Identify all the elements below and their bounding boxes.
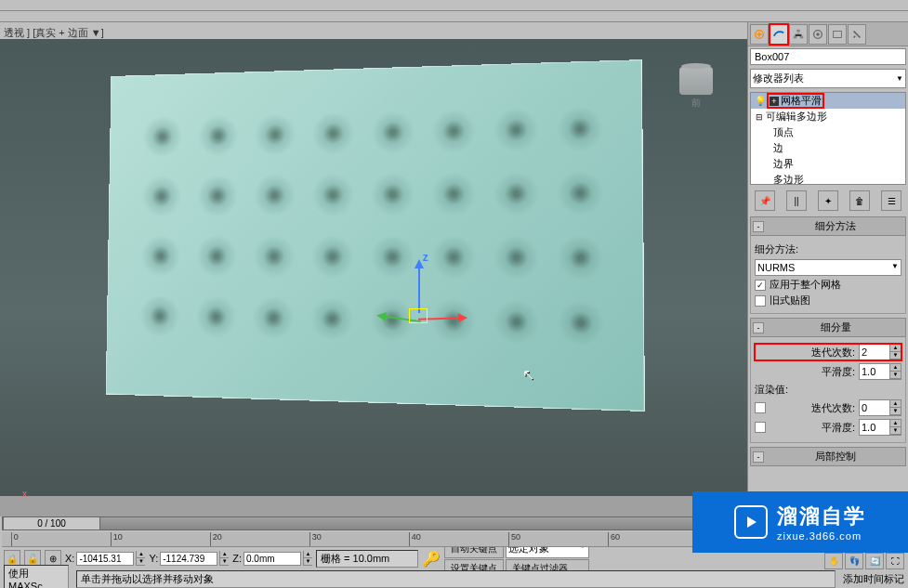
walk-button[interactable]: 👣 [845, 553, 863, 569]
modifier-list-dropdown[interactable]: 修改器列表 ▼ [750, 69, 906, 88]
stack-item-meshsmooth[interactable]: 💡 + 网格平滑 [751, 93, 905, 109]
render-iterations-spinner[interactable]: ▲▼ [859, 399, 901, 416]
z-coord[interactable]: Z: ▲▼ [232, 551, 312, 566]
stack-item-editable-poly[interactable]: ⊟ 可编辑多边形 [751, 109, 905, 124]
x-coord[interactable]: X: ▲▼ [65, 551, 145, 566]
old-style-label: 旧式贴图 [770, 294, 810, 307]
viewcube[interactable]: 前 [673, 67, 719, 113]
render-iterations-checkbox[interactable] [755, 402, 766, 413]
remove-modifier-button[interactable]: 🗑 [849, 190, 870, 211]
stack-item-edge[interactable]: 边 [751, 140, 905, 156]
axis-z[interactable] [418, 262, 420, 313]
local-control-rollout: - 局部控制 [750, 447, 906, 466]
pin-stack-button[interactable]: 📌 [755, 190, 775, 211]
iterations-spinner[interactable]: ▲▼ [859, 344, 901, 360]
status-bar: 使用 MAXSc 单击并拖动以选择并移动对象 添加时间标记 [0, 569, 908, 588]
maximize-button[interactable]: ⛶ [886, 553, 904, 569]
subdiv-method-label: 细分方法: [755, 242, 798, 256]
chevron-down-icon: ▼ [896, 74, 903, 83]
y-input[interactable] [160, 552, 217, 566]
rollout-header[interactable]: - 细分量 [750, 318, 906, 337]
stack-toolbar: 📌 || ✦ 🗑 ☰ [750, 190, 906, 211]
stack-item-vertex[interactable]: 顶点 [751, 124, 905, 140]
gizmo-center[interactable] [409, 308, 428, 323]
make-unique-button[interactable]: ✦ [818, 190, 838, 211]
stack-item-border[interactable]: 边界 [751, 156, 905, 172]
spinner-up[interactable]: ▲ [890, 345, 901, 352]
orbit-button[interactable]: 🔄 [865, 553, 884, 569]
spinner-down[interactable]: ▼ [890, 352, 901, 359]
subdivision-amount-rollout: - 细分量 迭代次数: ▲▼ 平滑度: ▲▼ [750, 318, 906, 443]
apply-whole-label: 应用于整个网格 [770, 278, 841, 292]
modifier-list-label: 修改器列表 [753, 72, 804, 85]
pan-button[interactable]: ✋ [824, 553, 843, 569]
object-name-field[interactable]: Box007 [750, 48, 906, 65]
motion-tab[interactable] [809, 24, 827, 45]
rollout-header[interactable]: - 细分方法 [750, 216, 906, 236]
toolbar-strip [0, 11, 908, 22]
create-tab[interactable] [750, 24, 769, 45]
iterations-input[interactable] [860, 345, 889, 359]
svg-rect-3 [800, 36, 804, 39]
viewport-label[interactable]: 透视 ] [真实 + 边面 ▼] [4, 26, 104, 40]
stack-item-polygon[interactable]: 多边形 [751, 172, 905, 185]
render-smoothness-spinner[interactable]: ▲▼ [859, 419, 901, 436]
display-tab[interactable] [828, 24, 847, 45]
subdivision-method-rollout: - 细分方法 细分方法: NURMS ▼ ✓ 应用于整个网格 旧式贴图 [750, 216, 906, 314]
y-coord[interactable]: Y: ▲▼ [149, 551, 229, 566]
hierarchy-tab[interactable] [789, 24, 808, 45]
time-slider[interactable]: 0 / 100 [3, 516, 100, 530]
bulb-icon[interactable]: 💡 [755, 96, 766, 106]
z-input[interactable] [243, 552, 301, 566]
render-values-label: 渲染值: [755, 383, 788, 397]
minus-icon[interactable]: ⊟ [755, 112, 764, 122]
utilities-tab[interactable] [848, 24, 866, 45]
watermark: 溜溜自学 zixue.3d66.com [692, 491, 908, 553]
smoothness-input[interactable] [860, 364, 889, 379]
command-panel: Box007 修改器列表 ▼ 💡 + 网格平滑 ⊟ 可编辑多边形 顶点 边 边界 [747, 22, 908, 496]
status-prompt: 单击并拖动以选择并移动对象 [76, 570, 836, 588]
command-panel-tabs [748, 22, 908, 46]
render-smoothness-checkbox[interactable] [755, 422, 766, 433]
show-end-result-button[interactable]: || [786, 190, 807, 211]
svg-point-5 [816, 33, 820, 36]
plus-icon[interactable]: + [770, 97, 779, 106]
add-time-tag[interactable]: 添加时间标记 [843, 572, 904, 586]
rollout-toggle[interactable]: - [753, 451, 764, 463]
old-style-checkbox[interactable] [755, 295, 766, 307]
svg-rect-6 [834, 32, 842, 38]
stack-item-label: 可编辑多边形 [766, 110, 827, 124]
smoothness-spinner[interactable]: ▲▼ [859, 363, 901, 380]
modify-tab[interactable] [770, 24, 788, 45]
viewport[interactable]: 透视 ] [真实 + 边面 ▼] z [0, 22, 747, 496]
apply-whole-checkbox[interactable]: ✓ [755, 280, 766, 291]
stack-item-label: 网格平滑 [781, 94, 822, 108]
grid-display: 栅格 = 10.0mm [316, 550, 418, 568]
key-icon[interactable]: 🔑 [422, 550, 441, 568]
iterations-label: 迭代次数: [811, 346, 855, 359]
x-input[interactable] [76, 552, 134, 566]
chevron-down-icon: ▼ [891, 262, 899, 273]
smoothness-label: 平滑度: [822, 365, 855, 379]
configure-sets-button[interactable]: ☰ [881, 190, 901, 211]
rollout-header[interactable]: - 局部控制 [750, 447, 906, 466]
viewport-nav-buttons: ✋ 👣 🔄 ⛶ [822, 551, 906, 571]
transform-gizmo[interactable]: z [362, 262, 474, 373]
rollout-toggle[interactable]: - [753, 221, 764, 232]
maxscript-field[interactable]: 使用 MAXSc [4, 565, 69, 589]
rollout-toggle[interactable]: - [753, 322, 764, 333]
subdiv-method-dropdown[interactable]: NURMS ▼ [755, 259, 901, 276]
title-bar [0, 0, 908, 11]
play-icon [734, 505, 768, 539]
svg-rect-1 [796, 30, 800, 33]
modifier-stack[interactable]: 💡 + 网格平滑 ⊟ 可编辑多边形 顶点 边 边界 多边形 [750, 92, 906, 185]
svg-rect-2 [794, 36, 797, 39]
